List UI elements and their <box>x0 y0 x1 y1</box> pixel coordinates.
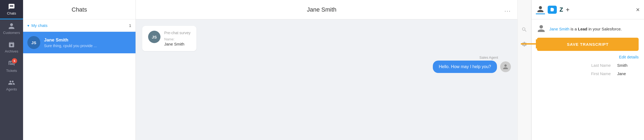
crm-text-prefix: is a <box>570 27 578 31</box>
survey-content: Pre-chat survey Name: Jane Smith <box>164 31 191 46</box>
tickets-badge: 6 <box>12 58 17 64</box>
chat-item-jane[interactable]: JS Jane Smith Sure thing, cpuld you prov… <box>23 32 136 53</box>
agent-label: Sales Agent <box>480 55 498 60</box>
search-side-button[interactable] <box>519 24 530 35</box>
zendesk-icon-button[interactable]: Z <box>559 6 563 13</box>
crm-customer-link[interactable]: Jane Smith <box>549 27 569 31</box>
chat-item-preview: Sure thing, cpuld you provide ... <box>44 44 131 48</box>
sidebar-item-agents-label: Agents <box>6 87 17 91</box>
survey-name-label: Name: <box>164 37 191 41</box>
detail-row-firstname: First Name Jane <box>537 71 639 76</box>
right-panel-header: Z + × <box>532 0 644 19</box>
side-action-bar <box>517 0 531 140</box>
chats-panel: Chats ▾ My chats 1 JS Jane Smith Sure th… <box>23 0 136 140</box>
save-transcript-arrow <box>521 39 540 50</box>
my-chats-row[interactable]: ▾ My chats 1 <box>23 19 136 32</box>
chat-item-avatar: JS <box>27 36 40 49</box>
my-chats-label: My chats <box>31 23 127 28</box>
sidebar-item-chats[interactable]: Chats <box>0 0 23 19</box>
survey-name-value: Jane Smith <box>164 42 191 46</box>
add-integration-button[interactable]: + <box>566 6 569 13</box>
right-panel-person-tab[interactable] <box>536 5 545 14</box>
chats-panel-title: Chats <box>72 6 87 13</box>
lastname-value: Smith <box>617 63 639 68</box>
lastname-label: Last Name <box>591 63 611 68</box>
sidebar-item-agents[interactable]: Agents <box>0 76 23 94</box>
chats-panel-header: Chats <box>23 0 136 19</box>
sidebar-item-chats-label: Chats <box>7 11 16 15</box>
firstname-label: First Name <box>591 71 611 76</box>
crm-text-suffix: in your Salesforce. <box>588 27 622 31</box>
right-panel-body: Jane Smith is a Lead in your Salesforce. <box>532 19 644 81</box>
crm-person-icon <box>537 24 546 34</box>
agent-row-inner: Hello. How may I help you? <box>433 61 511 73</box>
sidebar-item-archives[interactable]: Archives <box>0 38 23 57</box>
chat-item-info: Jane Smith Sure thing, cpuld you provide… <box>44 37 131 48</box>
survey-title: Pre-chat survey <box>164 31 191 35</box>
chat-item-name: Jane Smith <box>44 37 131 43</box>
crm-lead-text: Lead <box>578 27 587 31</box>
sidebar-item-tickets[interactable]: 6 tickets <box>0 57 23 76</box>
edit-details-link[interactable]: Edit details <box>537 55 639 59</box>
agent-bubble: Hello. How may I help you? <box>433 61 497 73</box>
my-chats-count: 1 <box>129 23 131 28</box>
visitor-avatar: JS <box>148 31 160 43</box>
my-chats-chevron: ▾ <box>27 23 29 28</box>
save-transcript-button[interactable]: SAVE TRANSCRIPT <box>537 38 639 51</box>
agent-message-row: Sales Agent Hello. How may I help you? <box>142 55 511 73</box>
sidebar: Chats Customers Archives 6 tickets Agent… <box>0 0 23 140</box>
chat-body: JS Pre-chat survey Name: Jane Smith Sale… <box>136 19 517 140</box>
app-container: Chats Customers Archives 6 tickets Agent… <box>0 0 644 140</box>
crm-info-row: Jane Smith is a Lead in your Salesforce. <box>537 24 639 34</box>
right-panel: Z + × Jane Smith is a Lead in your Sales… <box>531 0 644 140</box>
chat-header-title: Jane Smith <box>142 6 501 13</box>
pre-chat-survey-bubble: JS Pre-chat survey Name: Jane Smith <box>142 26 196 51</box>
more-options-button[interactable]: ... <box>504 6 511 13</box>
crm-info-text: Jane Smith is a Lead in your Salesforce. <box>549 26 622 32</box>
sidebar-item-tickets-label: tickets <box>6 69 17 73</box>
chat-header: Jane Smith ... <box>136 0 517 19</box>
sidebar-item-archives-label: Archives <box>5 49 18 53</box>
main-chat: Jane Smith ... JS Pre-chat survey Name: … <box>136 0 517 140</box>
sidebar-item-customers[interactable]: Customers <box>0 19 23 38</box>
salesforce-icon-button[interactable] <box>548 6 557 14</box>
close-panel-button[interactable]: × <box>636 6 640 13</box>
agent-avatar <box>500 61 511 72</box>
sidebar-item-customers-label: Customers <box>3 31 20 35</box>
detail-row-lastname: Last Name Smith <box>537 63 639 68</box>
firstname-value: Jane <box>617 71 639 76</box>
save-transcript-container: SAVE TRANSCRIPT <box>537 38 639 51</box>
